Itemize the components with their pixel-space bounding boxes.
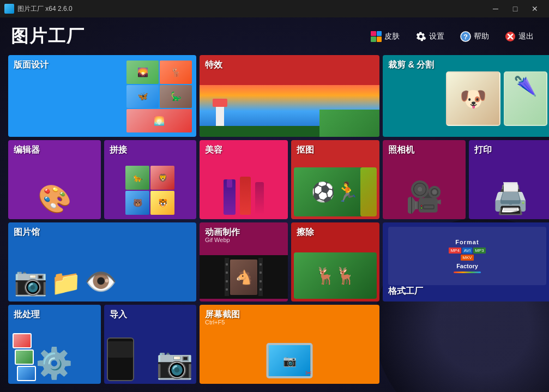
left-column: 版面设计 🌄 🦌 🦋 🦕 🌅 编辑器 🎨 拼接 <box>8 55 196 384</box>
titlebar-left: 图片工厂 x64 2.6.0 <box>4 4 73 14</box>
editor-palette-icon: 🎨 <box>38 183 71 215</box>
tile-erase-label: 擦除 <box>297 227 314 238</box>
nav-settings-label: 设置 <box>429 32 444 41</box>
tile-matting[interactable]: 抠图 ⚽ 🏃 <box>291 140 379 219</box>
nav-settings[interactable]: 设置 <box>411 28 449 45</box>
tile-gallery[interactable]: 图片馆 📷 📁 👁️ <box>8 222 196 301</box>
tile-matting-label: 抠图 <box>297 144 314 156</box>
maximize-button[interactable]: □ <box>505 0 525 17</box>
skin-icon <box>370 31 382 43</box>
nav-quit-label: 退出 <box>518 32 534 41</box>
stitch-collage: 🐆 🦁 🐻 🐯 <box>125 166 174 215</box>
row-beauty-matting: 美容 抠图 ⚽ 🏃 <box>200 140 379 219</box>
tile-layout-label: 版面设计 <box>14 59 49 71</box>
tile-screenshot-sublabel: Ctrl+F5 <box>205 319 225 325</box>
app-title: 图片工厂 <box>11 25 85 49</box>
tile-erase[interactable]: 擦除 🦌🦌 <box>291 222 379 301</box>
tile-editor[interactable]: 编辑器 🎨 <box>8 140 101 219</box>
row-editor-stitch: 编辑器 🎨 拼接 🐆 🦁 🐻 🐯 <box>8 140 196 219</box>
tile-print-label: 打印 <box>474 144 492 156</box>
tile-gif[interactable]: 动画制作 Gif Webp 🐴 <box>200 222 288 301</box>
right-column: 裁剪 & 分割 🐶 🌂 照相机 🎥 打印 🖨️ <box>383 55 549 384</box>
layout-collage: 🌄 🦌 🦋 🦕 🌅 <box>125 55 196 137</box>
tile-crop-label: 裁剪 & 分割 <box>388 59 434 71</box>
mid-column: 特效 美容 <box>200 55 379 384</box>
tile-gif-sublabel: Gif Webp <box>205 237 230 243</box>
row-batch-import: 批处理 ⚙️ 导入 📷 <box>8 305 196 384</box>
tile-effects-label: 特效 <box>205 59 222 71</box>
tile-import[interactable]: 导入 📷 <box>104 305 197 384</box>
erase-scene: 🦌🦌 <box>294 252 377 299</box>
tile-crop[interactable]: 裁剪 & 分割 🐶 🌂 <box>383 55 549 137</box>
nav-help-label: 帮助 <box>474 32 489 41</box>
tile-editor-label: 编辑器 <box>14 144 40 156</box>
tile-beauty-label: 美容 <box>205 144 222 156</box>
printer-icon: 🖨️ <box>492 181 529 216</box>
gallery-icons: 📷 📁 👁️ <box>14 266 117 297</box>
effects-bg <box>200 85 379 137</box>
tile-batch[interactable]: 批处理 ⚙️ <box>8 305 101 384</box>
screenshot-preview: 📷 ✂ <box>267 343 313 378</box>
tile-layout[interactable]: 版面设计 🌄 🦌 🦋 🦕 🌅 <box>8 55 196 137</box>
main-content: 图片工厂 皮肤 <box>0 17 549 392</box>
batch-photos <box>13 333 36 381</box>
tile-import-label: 导入 <box>110 309 127 321</box>
tile-stitch[interactable]: 拼接 🐆 🦁 🐻 🐯 <box>104 140 197 219</box>
gif-filmstrip: 🐴 <box>200 255 288 299</box>
app-icon <box>4 4 14 14</box>
close-button[interactable]: ✕ <box>525 0 545 17</box>
tile-camera-label: 照相机 <box>388 144 414 156</box>
titlebar: 图片工厂 x64 2.6.0 ─ □ ✕ <box>0 0 549 17</box>
header-nav: 皮肤 设置 ? 帮助 <box>366 28 538 45</box>
tile-format[interactable]: Format MP4 AVI MP3 MKV Factory 格式工厂 <box>383 222 549 301</box>
camera-icon-large: 🎥 <box>406 179 443 215</box>
matting-bg <box>360 167 377 216</box>
minimize-button[interactable]: ─ <box>486 0 505 17</box>
window-controls[interactable]: ─ □ ✕ <box>486 0 545 17</box>
batch-gear-icon: ⚙️ <box>35 346 73 381</box>
nav-help[interactable]: ? 帮助 <box>455 28 493 45</box>
row-camera-print: 照相机 🎥 打印 🖨️ <box>383 140 549 219</box>
tile-beauty[interactable]: 美容 <box>200 140 288 219</box>
row-gif-erase: 动画制作 Gif Webp 🐴 <box>200 222 379 301</box>
nav-quit[interactable]: 退出 <box>500 28 538 45</box>
quit-icon <box>504 31 516 43</box>
settings-icon <box>415 31 427 43</box>
header: 图片工厂 皮肤 <box>0 17 549 55</box>
tiles-grid: 版面设计 🌄 🦌 🦋 🦕 🌅 编辑器 🎨 拼接 <box>0 55 549 392</box>
phone-mock <box>107 337 134 381</box>
tile-screenshot[interactable]: 屏幕截图 Ctrl+F5 📷 ✂ <box>200 305 379 384</box>
tile-print[interactable]: 打印 🖨️ <box>469 140 549 219</box>
nav-skin-label: 皮肤 <box>384 32 400 41</box>
crop-images: 🐶 🌂 <box>446 71 547 126</box>
beauty-makeup-icons <box>204 177 283 215</box>
tile-batch-label: 批处理 <box>14 309 40 321</box>
tile-camera[interactable]: 照相机 🎥 <box>383 140 466 219</box>
svg-text:?: ? <box>463 33 468 41</box>
titlebar-title: 图片工厂 x64 2.6.0 <box>17 4 73 14</box>
tile-effects[interactable]: 特效 <box>200 55 379 137</box>
tile-gallery-label: 图片馆 <box>14 227 40 238</box>
help-icon: ? <box>460 31 472 43</box>
camera-icon: 📷 <box>156 346 194 381</box>
tile-format-label: 格式工厂 <box>388 286 423 297</box>
format-factory-logo: Format MP4 AVI MP3 MKV Factory <box>388 227 546 285</box>
tile-stitch-label: 拼接 <box>110 144 127 156</box>
nav-skin[interactable]: 皮肤 <box>366 28 404 45</box>
